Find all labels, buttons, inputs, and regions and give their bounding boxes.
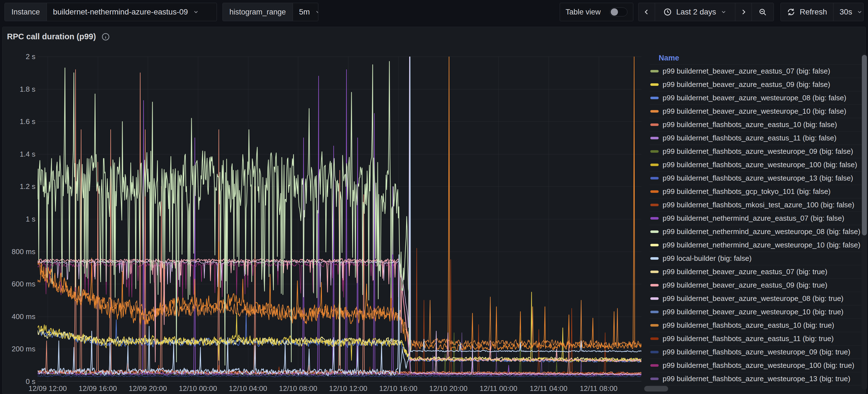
- y-tick-label: 1.6 s: [2, 117, 35, 126]
- legend-row[interactable]: p99 buildernet_flashbots_azure_westeurop…: [650, 372, 862, 385]
- legend-row[interactable]: p99 buildernet_beaver_azure_eastus_09 (b…: [650, 278, 862, 292]
- series-color-marker: [650, 297, 659, 300]
- chevron-down-icon: [720, 9, 727, 15]
- refresh-button[interactable]: Refresh: [781, 3, 833, 21]
- series-color-marker: [650, 190, 659, 193]
- legend-row[interactable]: p99 buildernet_flashbots_azure_eastus_10…: [650, 118, 862, 131]
- chevron-left-icon: [643, 8, 651, 16]
- series-color-marker: [650, 70, 659, 72]
- legend-row[interactable]: p99 buildernet_beaver_azure_westeurope_1…: [650, 104, 862, 118]
- series-label: p99 buildernet_flashbots_azure_westeurop…: [662, 374, 850, 383]
- series-label: p99 buildernet_nethermind_azure_eastus_0…: [662, 214, 844, 223]
- series-color-marker: [650, 364, 659, 367]
- refresh-group: Refresh 30s: [780, 3, 864, 21]
- histogram-range-select[interactable]: 5m: [293, 3, 318, 21]
- series-color-marker: [650, 377, 659, 380]
- legend-row[interactable]: p99 buildernet_nethermind_azure_eastus_0…: [650, 211, 862, 225]
- series-label: p99 buildernet_flashbots_azure_eastus_11…: [662, 134, 837, 142]
- series-color-marker: [650, 97, 659, 99]
- time-nav-group: Last 2 days: [638, 3, 774, 21]
- y-tick-label: 2 s: [2, 53, 35, 61]
- series-label: p99 buildernet_flashbots_azure_westeurop…: [662, 361, 854, 370]
- chevron-right-icon: [739, 8, 748, 16]
- y-tick-label: 1 s: [2, 215, 35, 223]
- toggle-knob: [611, 8, 618, 15]
- refresh-label: Refresh: [800, 7, 827, 17]
- legend-row[interactable]: p99 buildernet_flashbots_azure_westeurop…: [650, 158, 862, 171]
- series-label: p99 buildernet_beaver_azure_westeurope_1…: [662, 307, 843, 316]
- time-range-picker[interactable]: Last 2 days: [655, 3, 735, 21]
- info-icon[interactable]: [101, 33, 110, 41]
- series-label: p99 buildernet_flashbots_azure_eastus_11…: [662, 334, 834, 343]
- y-tick-label: 1.4 s: [2, 150, 35, 158]
- legend-row[interactable]: p99 buildernet_beaver_azure_westeurope_1…: [650, 305, 862, 319]
- series-color-marker: [650, 177, 659, 179]
- legend-row[interactable]: p99 buildernet_flashbots_gcp_tokyo_101 (…: [650, 185, 862, 198]
- table-view-control: Table view: [560, 3, 633, 21]
- time-shift-back-button[interactable]: [639, 3, 655, 21]
- legend-row[interactable]: p99 buildernet_beaver_azure_westeurope_0…: [650, 292, 862, 305]
- panel-header[interactable]: RPC call duration (p99): [7, 32, 110, 41]
- legend-row[interactable]: p99 buildernet_flashbots_azure_eastus_11…: [650, 332, 862, 345]
- series-color-marker: [650, 284, 659, 287]
- time-shift-forward-button[interactable]: [735, 3, 752, 21]
- clock-icon: [663, 8, 672, 16]
- series-label: p99 local-builder (big: false): [662, 254, 751, 263]
- timeseries-chart[interactable]: [38, 57, 641, 382]
- series-color-marker: [650, 137, 659, 139]
- series-color-marker: [650, 83, 659, 86]
- legend: Name p99 buildernet_beaver_azure_eastus_…: [650, 52, 862, 389]
- top-toolbar: Instance buildernet-nethermind-azure-eas…: [0, 0, 868, 27]
- series-label: p99 buildernet_beaver_azure_eastus_07 (b…: [662, 67, 830, 75]
- series-label: p99 buildernet_flashbots_azure_westeurop…: [662, 161, 857, 169]
- series-color-marker: [650, 217, 659, 220]
- legend-row[interactable]: p99 buildernet_flashbots_mkosi_test_azur…: [650, 198, 862, 211]
- series-color-marker: [650, 244, 659, 246]
- refresh-interval-select[interactable]: 30s: [833, 3, 864, 21]
- zoom-out-button[interactable]: [752, 3, 774, 21]
- legend-header-name[interactable]: Name: [650, 52, 862, 64]
- series-color-marker: [650, 270, 659, 273]
- table-view-toggle[interactable]: [610, 7, 627, 17]
- legend-row[interactable]: p99 buildernet_beaver_azure_westeurope_0…: [650, 91, 862, 104]
- series-label: p99 buildernet_flashbots_azure_westeurop…: [662, 348, 850, 356]
- series-label: p99 buildernet_flashbots_azure_westeurop…: [662, 174, 853, 183]
- series-label: p99 buildernet_beaver_azure_eastus_07 (b…: [662, 267, 827, 276]
- series-label: p99 buildernet_beaver_azure_westeurope_0…: [662, 294, 843, 303]
- legend-row[interactable]: p99 local-builder (big: false): [650, 252, 862, 265]
- series-color-marker: [650, 337, 659, 340]
- legend-row[interactable]: p99 buildernet_flashbots_azure_eastus_11…: [650, 131, 862, 144]
- histogram-range-value: 5m: [299, 7, 310, 17]
- table-view-label: Table view: [565, 8, 601, 17]
- legend-row[interactable]: p99 buildernet_flashbots_azure_westeurop…: [650, 171, 862, 185]
- instance-select[interactable]: buildernet-nethermind-azure-eastus-09: [47, 3, 217, 21]
- legend-row[interactable]: p99 buildernet_flashbots_azure_westeurop…: [650, 359, 862, 372]
- legend-row[interactable]: p99 buildernet_flashbots_azure_westeurop…: [650, 345, 862, 359]
- series-label: p99 buildernet_beaver_azure_eastus_09 (b…: [662, 80, 830, 89]
- legend-row[interactable]: p99 buildernet_beaver_azure_eastus_07 (b…: [650, 265, 862, 278]
- legend-row[interactable]: p99 buildernet_beaver_azure_eastus_09 (b…: [650, 78, 862, 91]
- y-tick-label: 1.2 s: [2, 182, 35, 191]
- series-label: p99 buildernet_flashbots_azure_westeurop…: [662, 147, 853, 156]
- legend-row[interactable]: p99 buildernet_nethermind_azure_westeuro…: [650, 225, 862, 238]
- chevron-down-icon: [193, 9, 199, 15]
- histogram-range-label: histogram_range: [223, 3, 293, 21]
- histogram-range-variable: histogram_range 5m: [222, 3, 318, 21]
- legend-row[interactable]: p99 buildernet_nethermind_azure_westeuro…: [650, 238, 862, 252]
- legend-row[interactable]: p99 buildernet_beaver_azure_eastus_07 (b…: [650, 64, 862, 78]
- series-color-marker: [650, 124, 659, 126]
- legend-row[interactable]: p99 buildernet_flashbots_azure_eastus_10…: [650, 319, 862, 332]
- series-color-marker: [650, 230, 659, 233]
- series-label: p99 buildernet_flashbots_mkosi_test_azur…: [662, 201, 854, 209]
- legend-row[interactable]: p99 buildernet_flashbots_azure_westeurop…: [650, 144, 862, 158]
- y-tick-label: 1.8 s: [2, 85, 35, 93]
- y-tick-label: 600 ms: [2, 280, 35, 288]
- series-color-marker: [650, 351, 659, 353]
- legend-scrollbar-thumb[interactable]: [862, 55, 867, 235]
- y-tick-label: 400 ms: [2, 313, 35, 321]
- time-range-label: Last 2 days: [676, 7, 716, 17]
- instance-value: buildernet-nethermind-azure-eastus-09: [53, 7, 188, 17]
- legend-hscrollbar-thumb[interactable]: [644, 386, 668, 392]
- chevron-down-icon: [857, 9, 863, 15]
- series-color-marker: [650, 110, 659, 112]
